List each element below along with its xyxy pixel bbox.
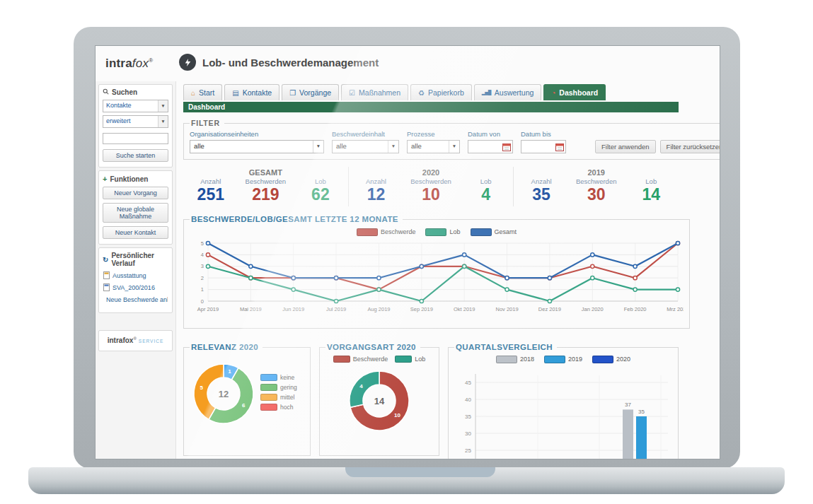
history-item-label: SVA_200/2016 [113, 284, 155, 291]
calendar-icon[interactable] [555, 143, 564, 151]
svg-text:1: 1 [228, 368, 231, 375]
svg-text:35: 35 [638, 409, 645, 415]
stat-value: 14 [623, 185, 679, 204]
stat-value: 62 [293, 185, 348, 204]
logo-text-fox: fox [132, 57, 149, 70]
tab-start[interactable]: ⌂Start [183, 84, 222, 100]
laptop-base [28, 467, 785, 494]
svg-text:Nov 2019: Nov 2019 [495, 306, 518, 312]
history-header-label: Persönlicher Verlauf [111, 252, 168, 267]
contacts-icon: ▤ [232, 89, 238, 97]
complaint-content-select[interactable]: alle ▼ [332, 140, 399, 153]
functions-header-label: Funktionen [110, 175, 148, 183]
tab-auswertung[interactable]: ▂▅█Auswertung [474, 84, 542, 100]
svg-text:0: 0 [201, 298, 204, 305]
svg-text:37: 37 [625, 402, 631, 408]
line-chart-legend: Beschwerde Lob Gesamt [190, 226, 684, 238]
stats-group-title: GESAMT [183, 168, 348, 177]
date-from-input[interactable] [468, 143, 502, 151]
filter-legend: FILTER [191, 119, 220, 127]
logo-text-intra: intra [105, 57, 132, 70]
tab-vorgaenge[interactable]: ❐Vorgänge [282, 84, 339, 100]
legend-label: hoch [280, 404, 293, 411]
vorgangsart-legend: Beschwerde Lob [325, 354, 433, 364]
svg-text:45: 45 [465, 380, 471, 386]
stat-label: Anzahl [514, 177, 569, 185]
stat-value: 10 [403, 185, 459, 204]
tab-label: Auswertung [495, 88, 534, 97]
search-type-select[interactable]: Kontakte ▼ [103, 100, 168, 112]
stat-value: 30 [569, 185, 624, 204]
new-global-measure-button[interactable]: Neue globale Maßnahme [103, 203, 168, 223]
search-mode-select[interactable]: erweitert ▼ [103, 115, 168, 128]
reset-filter-button[interactable]: Filter zurücksetzen [660, 140, 720, 153]
main-content: ⌂Start ▤Kontakte ❐Vorgänge ☑Maßnahmen ♻P… [176, 81, 720, 459]
intrafox-logo: intrafox® [105, 57, 153, 71]
history-item-label: Neue Beschwerde anlegen [106, 296, 168, 303]
date-from-field[interactable] [468, 140, 513, 153]
stat-value: 219 [238, 185, 294, 204]
select-value: alle [411, 142, 422, 150]
tab-papierkorb[interactable]: ♻Papierkorb [410, 84, 472, 100]
legend-swatch [592, 356, 613, 363]
processes-select[interactable]: alle ▼ [407, 140, 460, 153]
plus-icon: + [103, 175, 107, 183]
document-icon [103, 283, 110, 291]
date-to-input[interactable] [521, 143, 555, 151]
new-contact-button[interactable]: Neuer Kontakt [103, 226, 168, 239]
chevron-down-icon: ▼ [158, 116, 168, 127]
apply-filter-button[interactable]: Filter anwenden [595, 140, 656, 153]
legend-swatch [260, 374, 277, 381]
chart-title: RELEVANZ 2020 [191, 343, 258, 351]
tab-bar: ⌂Start ▤Kontakte ❐Vorgänge ☑Maßnahmen ♻P… [183, 84, 679, 100]
filter-field-label: Organisationseinheiten [190, 130, 324, 138]
history-item[interactable]: SVA_200/2016 [103, 283, 168, 291]
app-header: intrafox® Lob- und Beschwerdemanagement [96, 46, 720, 81]
search-header-label: Suchen [112, 88, 137, 96]
document-icon [103, 271, 110, 279]
calendar-icon[interactable] [502, 143, 511, 151]
svg-text:5: 5 [201, 240, 204, 247]
legend-label: Lob [449, 228, 460, 235]
svg-text:Mrz 2020: Mrz 2020 [667, 306, 684, 312]
stat-value: 12 [349, 185, 404, 204]
search-input[interactable] [103, 133, 168, 144]
stat-label: Anzahl [183, 177, 238, 185]
svg-text:Dez 2019: Dez 2019 [538, 306, 561, 312]
new-case-button[interactable]: Neuer Vorgang [103, 187, 168, 199]
search-type-value: Kontakte [106, 102, 132, 109]
tab-massnahmen[interactable]: ☑Maßnahmen [341, 84, 408, 100]
svg-text:40: 40 [465, 397, 471, 403]
bar-chart-svg: 4540353025203735 [454, 364, 672, 459]
svg-text:Apr 2019: Apr 2019 [197, 306, 219, 312]
stat-value: 251 [183, 185, 238, 204]
start-search-button[interactable]: Suche starten [103, 149, 168, 162]
tab-kontakte[interactable]: ▤Kontakte [224, 84, 279, 100]
select-value: alle [194, 142, 204, 150]
bar-chart-icon: ▂▅█ [482, 90, 491, 95]
svg-text:Jun 2019: Jun 2019 [282, 306, 304, 312]
tab-label: Dashboard [559, 88, 598, 97]
tab-label: Start [199, 88, 214, 97]
summary-stats: GESAMT Anzahl251 Beschwerden219 Lob62 20… [183, 167, 679, 206]
breadcrumb: Dashboard [183, 102, 679, 112]
tab-label: Kontakte [243, 88, 272, 97]
svg-text:Feb 2020: Feb 2020 [624, 306, 647, 312]
history-item[interactable]: Neue Beschwerde anlegen [103, 295, 168, 303]
history-item[interactable]: Ausstattung [103, 271, 168, 279]
date-to-field[interactable] [521, 140, 566, 153]
laptop-screen: intrafox® Lob- und Beschwerdemanagement [95, 45, 720, 459]
svg-text:Jul 2019: Jul 2019 [326, 306, 346, 312]
legend-label: Gesamt [495, 228, 517, 235]
tab-dashboard[interactable]: ◔Dashboard [543, 84, 606, 100]
svg-text:25: 25 [465, 447, 471, 454]
filter-panel: FILTER Organisationseinheiten alle ▼ Bes… [183, 119, 720, 160]
svg-text:3: 3 [201, 263, 204, 269]
legend-label: 2019 [568, 356, 582, 363]
legend-label: Lob [415, 356, 425, 363]
chevron-down-icon: ▼ [158, 100, 168, 112]
relevanz-2020-panel: RELEVANZ 2020 16512 keine gering mittel … [183, 343, 311, 456]
org-units-select[interactable]: alle ▼ [190, 140, 324, 153]
search-mode-value: erweitert [106, 117, 131, 124]
history-item-label: Ausstattung [113, 272, 146, 279]
